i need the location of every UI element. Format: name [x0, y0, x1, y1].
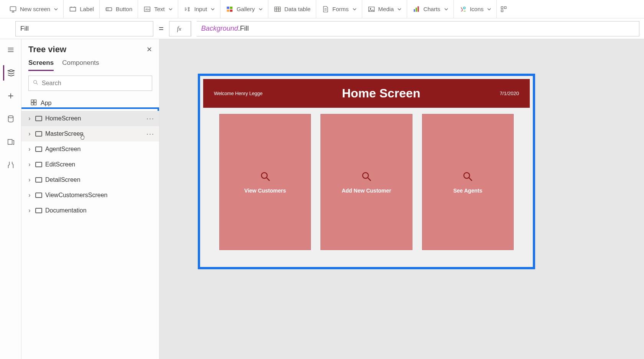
- icons-label: Icons: [470, 6, 484, 12]
- data-table-label: Data table: [284, 6, 310, 12]
- media-panel-button[interactable]: [3, 134, 18, 150]
- text-button[interactable]: Abc Text: [138, 0, 178, 18]
- design-canvas[interactable]: Welcome Henry Legge Home Screen 7/1/2020…: [159, 39, 644, 359]
- screen-icon: [35, 193, 42, 198]
- chevron-down-icon: [54, 7, 58, 11]
- search-icon: [260, 171, 271, 182]
- fx-button[interactable]: fx: [169, 21, 191, 36]
- svg-rect-27: [31, 103, 33, 105]
- card-see-agents[interactable]: See Agents: [422, 114, 514, 250]
- chevron-right-icon[interactable]: ›: [27, 146, 32, 153]
- screen-icon: [35, 131, 42, 137]
- screen-homescreen[interactable]: Welcome Henry Legge Home Screen 7/1/2020…: [198, 74, 535, 269]
- data-table-button[interactable]: Data table: [268, 0, 316, 18]
- text-label: Text: [154, 6, 165, 12]
- more-icon[interactable]: ···: [146, 130, 154, 138]
- svg-point-18: [463, 7, 465, 9]
- svg-rect-16: [416, 7, 417, 12]
- tab-screens[interactable]: Screens: [28, 59, 54, 71]
- tree-item-masterscreen[interactable]: › MasterScreen ···: [21, 126, 159, 142]
- tree-search-input[interactable]: [42, 80, 148, 87]
- formula-token-ref: Background: [201, 25, 238, 33]
- screen-icon: [35, 162, 42, 167]
- forms-label: Forms: [332, 6, 349, 12]
- chevron-right-icon[interactable]: ›: [27, 176, 32, 183]
- close-icon[interactable]: ✕: [146, 45, 152, 54]
- svg-point-14: [370, 8, 371, 9]
- icons-icon: [459, 5, 467, 13]
- svg-rect-8: [227, 7, 230, 9]
- chevron-down-icon: [211, 7, 215, 11]
- gallery-button[interactable]: Gallery: [220, 0, 268, 18]
- card-add-new-customer[interactable]: Add New Customer: [320, 114, 412, 250]
- svg-rect-25: [31, 100, 33, 102]
- svg-point-29: [261, 173, 267, 178]
- svg-rect-10: [227, 9, 230, 12]
- formula-input[interactable]: Background.Fill: [197, 21, 639, 36]
- advanced-tools-button[interactable]: [3, 157, 18, 173]
- insert-button[interactable]: [3, 88, 18, 104]
- button-icon: [105, 5, 113, 13]
- page-title: Home Screen: [342, 86, 421, 100]
- tree-item-label: DetailScreen: [45, 176, 80, 183]
- tree-item-label: Documentation: [45, 207, 87, 214]
- tree-item-label: MasterScreen: [45, 130, 84, 137]
- more-icon[interactable]: ···: [146, 115, 154, 123]
- svg-rect-17: [418, 6, 419, 12]
- button-button[interactable]: Button: [100, 0, 138, 18]
- header-date: 7/1/2020: [499, 91, 519, 96]
- charts-button[interactable]: Charts: [407, 0, 453, 18]
- svg-point-22: [8, 116, 13, 118]
- hamburger-button[interactable]: [3, 42, 18, 58]
- new-screen-button[interactable]: New screen: [4, 0, 64, 18]
- chevron-right-icon[interactable]: ›: [27, 130, 32, 137]
- svg-rect-11: [230, 9, 233, 12]
- chevron-down-icon: [169, 7, 172, 11]
- more-ribbon-button[interactable]: [497, 0, 511, 18]
- search-icon: [462, 171, 473, 182]
- property-selector[interactable]: Fill: [15, 21, 153, 36]
- tree-item-agentscreen[interactable]: › AgentScreen: [21, 142, 159, 157]
- icons-button[interactable]: Icons: [454, 0, 497, 18]
- search-icon: [361, 171, 372, 182]
- media-label: Media: [378, 6, 394, 12]
- insert-ribbon: New screen Label Button Abc Text Input G…: [0, 0, 644, 18]
- tree-item-viewcustomersscreen[interactable]: › ViewCustomersScreen: [21, 188, 159, 203]
- chevron-right-icon[interactable]: ›: [27, 192, 32, 199]
- chevron-down-icon: [259, 7, 263, 11]
- chevron-down-icon: [487, 7, 491, 11]
- label-button[interactable]: Label: [64, 0, 100, 18]
- chevron-right-icon[interactable]: ›: [27, 207, 32, 214]
- label-icon: [69, 5, 77, 13]
- tree-item-app[interactable]: App: [21, 96, 159, 111]
- svg-rect-19: [501, 7, 503, 8]
- charts-label: Charts: [423, 6, 440, 12]
- svg-point-7: [188, 10, 189, 11]
- tree-item-label: HomeScreen: [45, 115, 81, 122]
- text-icon: Abc: [143, 5, 151, 13]
- data-button[interactable]: [3, 111, 18, 127]
- gallery-label: Gallery: [237, 6, 255, 12]
- tree-item-homescreen[interactable]: › HomeScreen ···: [21, 111, 159, 126]
- media-icon: [368, 5, 375, 13]
- chevron-right-icon[interactable]: ›: [27, 161, 32, 168]
- tree-item-detailscreen[interactable]: › DetailScreen: [21, 172, 159, 188]
- tree-item-documentation[interactable]: › Documentation: [21, 203, 159, 218]
- card-view-customers[interactable]: View Customers: [219, 114, 311, 250]
- tree-item-editscreen[interactable]: › EditScreen: [21, 157, 159, 172]
- svg-rect-0: [10, 7, 16, 11]
- svg-point-31: [464, 173, 470, 178]
- media-button[interactable]: Media: [362, 0, 407, 18]
- chevron-right-icon[interactable]: ›: [27, 115, 32, 122]
- input-button[interactable]: Input: [178, 0, 220, 18]
- left-rail: [0, 39, 21, 359]
- svg-rect-9: [230, 7, 233, 9]
- svg-rect-23: [8, 140, 12, 145]
- svg-text:Abc: Abc: [145, 8, 150, 11]
- tree-search[interactable]: [28, 76, 152, 91]
- input-icon: [184, 5, 191, 13]
- tab-components[interactable]: Components: [62, 59, 99, 71]
- gallery-icon: [226, 5, 233, 13]
- forms-button[interactable]: Forms: [316, 0, 362, 18]
- tree-view-button[interactable]: [3, 65, 18, 81]
